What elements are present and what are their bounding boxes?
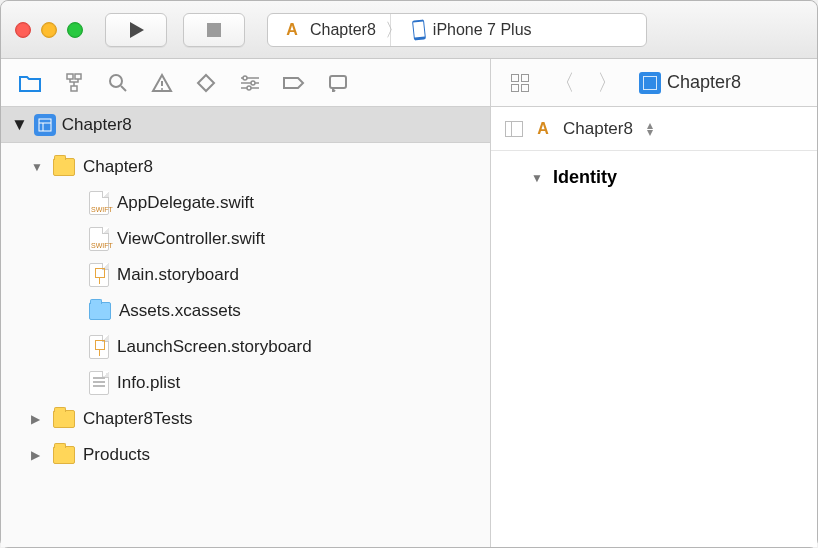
titlebar: A Chapter8 〉 iPhone 7 Plus xyxy=(1,1,817,59)
debug-navigator-tab[interactable] xyxy=(231,64,269,102)
file-label: Main.storyboard xyxy=(117,265,239,285)
scheme-device-label: iPhone 7 Plus xyxy=(433,21,532,39)
stepper-icon[interactable]: ▴▾ xyxy=(647,122,653,136)
report-navigator-tab[interactable] xyxy=(319,64,357,102)
project-root-row[interactable]: ▼ Chapter8 xyxy=(1,107,490,143)
file-row[interactable]: Info.plist xyxy=(1,365,490,401)
svg-point-8 xyxy=(161,88,163,90)
folder-icon xyxy=(53,158,75,176)
project-navigator-tab[interactable] xyxy=(11,64,49,102)
group-row[interactable]: ▶ Products xyxy=(1,437,490,473)
folder-icon xyxy=(53,410,75,428)
svg-rect-15 xyxy=(330,76,346,88)
xcode-window: A Chapter8 〉 iPhone 7 Plus xyxy=(0,0,818,548)
folder-icon xyxy=(53,446,75,464)
editor-pane: 〈 〉 Chapter8 A Chapter8 ▴▾ ▼ Identity xyxy=(491,59,817,547)
scheme-destination[interactable]: iPhone 7 Plus xyxy=(399,14,546,46)
window-body: ▼ Chapter8 ▼ Chapter8 SWIFT AppDelegate.… xyxy=(1,59,817,547)
file-row[interactable]: Main.storyboard xyxy=(1,257,490,293)
scheme-selector[interactable]: A Chapter8 〉 iPhone 7 Plus xyxy=(267,13,647,47)
svg-rect-16 xyxy=(39,119,51,131)
svg-point-12 xyxy=(243,76,247,80)
run-button[interactable] xyxy=(105,13,167,47)
disclosure-triangle-icon[interactable]: ▶ xyxy=(31,448,45,462)
related-items-button[interactable] xyxy=(501,64,539,102)
plist-file-icon xyxy=(89,371,109,395)
disclosure-triangle-icon[interactable]: ▼ xyxy=(531,171,543,185)
swift-file-icon: SWIFT xyxy=(89,227,109,251)
asset-catalog-icon xyxy=(89,302,111,320)
svg-rect-1 xyxy=(207,23,221,37)
file-label: Assets.xcassets xyxy=(119,301,241,321)
swift-file-icon: SWIFT xyxy=(89,191,109,215)
scheme-target-label: Chapter8 xyxy=(310,21,376,39)
identity-section: ▼ Identity xyxy=(491,151,817,188)
section-header[interactable]: ▼ Identity xyxy=(531,167,817,188)
group-label: Products xyxy=(83,445,150,465)
svg-line-6 xyxy=(121,86,126,91)
file-label: Info.plist xyxy=(117,373,180,393)
go-back-button[interactable]: 〈 xyxy=(545,64,583,102)
section-title: Identity xyxy=(553,167,617,188)
storyboard-file-icon xyxy=(89,263,109,287)
minimize-window-button[interactable] xyxy=(41,22,57,38)
file-label: ViewController.swift xyxy=(117,229,265,249)
group-label: Chapter8Tests xyxy=(83,409,193,429)
file-row[interactable]: SWIFT AppDelegate.swift xyxy=(1,185,490,221)
group-label: Chapter8 xyxy=(83,157,153,177)
svg-rect-2 xyxy=(67,74,73,79)
svg-rect-3 xyxy=(75,74,81,79)
file-row[interactable]: Assets.xcassets xyxy=(1,293,490,329)
scheme-target[interactable]: A Chapter8 xyxy=(268,14,391,46)
app-target-icon: A xyxy=(282,20,302,40)
svg-point-5 xyxy=(110,75,122,87)
project-root-label: Chapter8 xyxy=(62,115,132,135)
navigator-tabs xyxy=(1,59,490,107)
xcode-project-icon xyxy=(34,114,56,136)
svg-point-14 xyxy=(247,86,251,90)
svg-point-13 xyxy=(251,81,255,85)
svg-rect-4 xyxy=(71,86,77,91)
disclosure-triangle-icon[interactable]: ▼ xyxy=(11,115,28,135)
window-controls xyxy=(15,22,83,38)
file-label: AppDelegate.swift xyxy=(117,193,254,213)
breakpoint-navigator-tab[interactable] xyxy=(275,64,313,102)
file-row[interactable]: SWIFT ViewController.swift xyxy=(1,221,490,257)
issue-navigator-tab[interactable] xyxy=(143,64,181,102)
stop-button[interactable] xyxy=(183,13,245,47)
group-row[interactable]: ▶ Chapter8Tests xyxy=(1,401,490,437)
device-icon xyxy=(412,19,426,40)
disclosure-triangle-icon[interactable]: ▼ xyxy=(31,160,45,174)
breadcrumb-label: Chapter8 xyxy=(667,72,741,93)
file-row[interactable]: LaunchScreen.storyboard xyxy=(1,329,490,365)
zoom-window-button[interactable] xyxy=(67,22,83,38)
navigator-pane: ▼ Chapter8 ▼ Chapter8 SWIFT AppDelegate.… xyxy=(1,59,491,547)
source-control-navigator-tab[interactable] xyxy=(55,64,93,102)
project-tree: ▼ Chapter8 SWIFT AppDelegate.swift SWIFT… xyxy=(1,143,490,485)
group-row[interactable]: ▼ Chapter8 xyxy=(1,149,490,185)
project-blueprint-icon xyxy=(639,72,661,94)
editor-breadcrumb[interactable]: Chapter8 xyxy=(639,72,741,94)
close-window-button[interactable] xyxy=(15,22,31,38)
storyboard-file-icon xyxy=(89,335,109,359)
find-navigator-tab[interactable] xyxy=(99,64,137,102)
jump-bar-label: Chapter8 xyxy=(563,119,633,139)
editor-path-bar: 〈 〉 Chapter8 xyxy=(491,59,817,107)
app-target-icon: A xyxy=(533,119,553,139)
go-forward-button[interactable]: 〉 xyxy=(589,64,627,102)
outline-toggle-icon[interactable] xyxy=(505,121,523,137)
grid-icon xyxy=(511,74,529,92)
jump-bar[interactable]: A Chapter8 ▴▾ xyxy=(491,107,817,151)
file-label: LaunchScreen.storyboard xyxy=(117,337,312,357)
svg-marker-0 xyxy=(130,22,144,38)
test-navigator-tab[interactable] xyxy=(187,64,225,102)
disclosure-triangle-icon[interactable]: ▶ xyxy=(31,412,45,426)
